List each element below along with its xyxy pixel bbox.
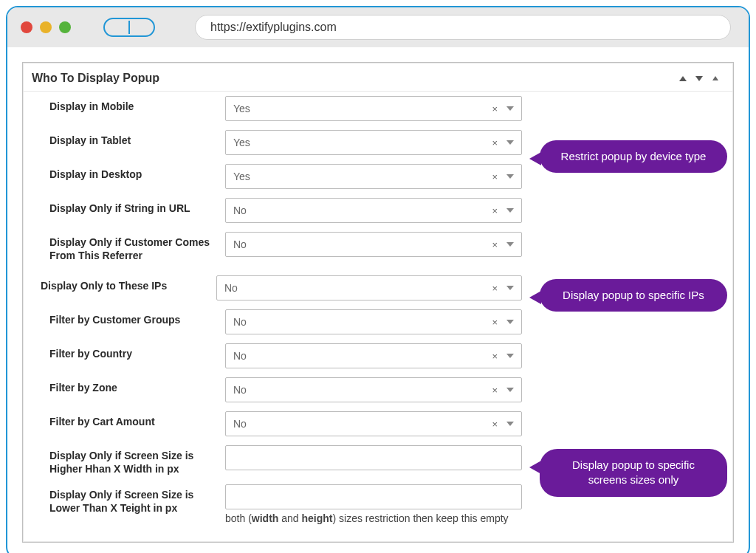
select-display-tablet[interactable]: Yes ×: [225, 130, 522, 155]
select-value: Yes: [233, 103, 250, 114]
select-value: No: [233, 205, 247, 216]
select-value: No: [233, 238, 247, 250]
chevron-down-icon: [506, 242, 514, 247]
content-area: Who To Display Popup Display in Mobile Y…: [7, 47, 749, 553]
row-zone: Filter by Zone No ×: [33, 373, 723, 407]
input-screen-higher[interactable]: [225, 445, 522, 470]
select-value: No: [233, 316, 247, 328]
select-value: No: [233, 384, 247, 396]
select-value: Yes: [233, 137, 250, 148]
select-referrer[interactable]: No ×: [225, 232, 522, 257]
chevron-down-icon: [506, 286, 514, 290]
panel-title: Who To Display Popup: [32, 72, 159, 85]
close-window-icon[interactable]: [21, 21, 32, 33]
chevron-down-icon: [506, 140, 514, 145]
maximize-window-icon[interactable]: [59, 21, 71, 33]
row-string-url: Display Only if String in URL No ×: [33, 193, 723, 227]
label-zone: Filter by Zone: [33, 377, 225, 399]
label-ips: Display Only to These IPs: [33, 275, 225, 298]
chevron-down-icon: [506, 320, 514, 324]
label-display-desktop: Display in Desktop: [33, 164, 225, 186]
chevron-down-icon: [506, 208, 514, 213]
label-display-tablet: Display in Tablet: [33, 130, 225, 152]
row-display-mobile: Display in Mobile Yes ×: [33, 92, 723, 126]
clear-icon[interactable]: ×: [492, 317, 498, 328]
minimize-window-icon[interactable]: [40, 21, 52, 33]
clear-icon[interactable]: ×: [492, 171, 498, 182]
panel-collapse-icon[interactable]: [711, 74, 720, 83]
label-cart-amount: Filter by Cart Amount: [33, 411, 225, 433]
select-string-url[interactable]: No ×: [225, 198, 522, 223]
label-display-mobile: Display in Mobile: [33, 96, 225, 118]
callout-specific-ips: Display popup to specific IPs: [540, 279, 727, 312]
chevron-down-icon: [506, 388, 514, 392]
clear-icon[interactable]: ×: [492, 385, 498, 396]
browser-frame: https://extifyplugins.com Who To Display…: [6, 6, 750, 553]
label-referrer: Display Only if Customer Comes From This…: [33, 232, 225, 267]
select-value: No: [233, 418, 247, 430]
label-customer-groups: Filter by Customer Groups: [33, 309, 225, 332]
clear-icon[interactable]: ×: [492, 283, 498, 294]
select-ips[interactable]: No ×: [216, 275, 522, 300]
panel-header: Who To Display Popup: [23, 63, 733, 92]
nav-toggle-pill[interactable]: [103, 18, 155, 37]
label-screen-lower: Display Only if Screen Size is Lower Tha…: [33, 484, 225, 519]
clear-icon[interactable]: ×: [492, 239, 498, 250]
clear-icon[interactable]: ×: [492, 103, 498, 114]
panel-move-up-icon[interactable]: [678, 74, 687, 83]
clear-icon[interactable]: ×: [492, 137, 498, 148]
panel-actions: [678, 74, 720, 83]
clear-icon[interactable]: ×: [492, 419, 498, 430]
label-screen-higher: Display Only if Screen Size is Higher Hh…: [33, 445, 225, 480]
chevron-down-icon: [506, 174, 514, 179]
label-country: Filter by Country: [33, 343, 225, 365]
select-value: No: [233, 350, 247, 362]
hint-screen-size: both (width and height) sizes restrictio…: [225, 509, 522, 524]
settings-panel: Who To Display Popup Display in Mobile Y…: [22, 62, 734, 543]
chevron-down-icon: [506, 422, 514, 426]
window-controls: [21, 21, 71, 33]
callout-screen-sizes: Display popup to specific screens sizes …: [540, 449, 727, 497]
clear-icon[interactable]: ×: [492, 205, 498, 216]
panel-move-down-icon[interactable]: [695, 74, 704, 83]
select-value: No: [224, 282, 238, 294]
row-referrer: Display Only if Customer Comes From This…: [33, 227, 723, 271]
select-zone[interactable]: No ×: [225, 377, 522, 402]
callout-device-type: Restrict popup by device type: [540, 140, 727, 173]
url-bar[interactable]: https://extifyplugins.com: [195, 15, 731, 40]
chevron-down-icon: [506, 354, 514, 358]
row-country: Filter by Country No ×: [33, 339, 723, 373]
select-cart-amount[interactable]: No ×: [225, 411, 522, 436]
label-string-url: Display Only if String in URL: [33, 198, 225, 220]
clear-icon[interactable]: ×: [492, 351, 498, 362]
browser-toolbar: https://extifyplugins.com: [7, 7, 749, 47]
select-country[interactable]: No ×: [225, 343, 522, 368]
select-value: Yes: [233, 171, 250, 182]
select-display-desktop[interactable]: Yes ×: [225, 164, 522, 189]
chevron-down-icon: [506, 106, 514, 111]
input-screen-lower[interactable]: [225, 484, 522, 509]
select-display-mobile[interactable]: Yes ×: [225, 96, 522, 121]
row-cart-amount: Filter by Cart Amount No ×: [33, 407, 723, 441]
select-customer-groups[interactable]: No ×: [225, 309, 522, 334]
